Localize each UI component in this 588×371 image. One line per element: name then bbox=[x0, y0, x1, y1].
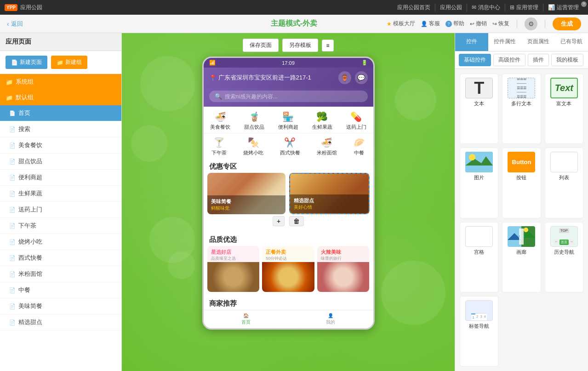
widget-richtext[interactable]: Text 富文本 bbox=[545, 74, 583, 144]
battery-icon: 🔋 bbox=[361, 60, 368, 66]
help-circle-icon: ? bbox=[445, 21, 452, 27]
right-panel-subtabs: 基础控件 高级控件 插件 我的模板 bbox=[455, 51, 588, 69]
subtab-advanced[interactable]: 高级控件 bbox=[493, 54, 525, 66]
save-page-button[interactable]: 保存页面 bbox=[243, 39, 279, 52]
search-input-wrap[interactable]: 🔍 bbox=[209, 91, 368, 102]
sidebar-item-western[interactable]: 📄 西式快餐 bbox=[0, 250, 121, 266]
widget-image-icon bbox=[465, 152, 493, 172]
quality-card-2[interactable]: 正餐外卖 50分钟必达 bbox=[262, 246, 314, 292]
bg-decoration3 bbox=[149, 217, 195, 263]
undo-btn[interactable]: ↩ 撤销 bbox=[470, 20, 487, 28]
bg-decoration2 bbox=[131, 125, 168, 162]
template-hall-btn[interactable]: ★ 模板大厅 bbox=[387, 20, 415, 28]
chat-icon[interactable]: 💬 bbox=[355, 71, 368, 84]
category-item-food[interactable]: 🍜 美食餐饮 bbox=[210, 111, 230, 131]
widget-history-nav[interactable]: TOP ← 首页 → 历史导航 bbox=[545, 222, 583, 292]
bottom-nav-profile[interactable]: 👤 我的 bbox=[326, 313, 335, 325]
folder-icon: 📁 bbox=[6, 79, 13, 86]
category-item-tea[interactable]: 🍸 下午茶 bbox=[211, 137, 227, 156]
sidebar-group-system[interactable]: 📁 系统组 bbox=[0, 74, 121, 90]
subtab-basic[interactable]: 基础控件 bbox=[459, 54, 491, 66]
search-input[interactable] bbox=[225, 93, 362, 100]
widget-multitext[interactable]: ≡≡≡ ≡≡≡ ≡≡≡ ? 多行文本 bbox=[502, 74, 541, 144]
sidebar-item-dessert[interactable]: 📄 甜点饮品 bbox=[0, 154, 121, 170]
category-item-dessert[interactable]: 🧋 甜点饮品 bbox=[244, 111, 264, 131]
quality-title-2: 正餐外卖 bbox=[266, 249, 311, 256]
widget-tabs-nav[interactable]: 1 2 3 4 标签导航 bbox=[460, 296, 498, 366]
tab-control-properties[interactable]: 控件属性 bbox=[488, 33, 521, 51]
quality-card-1[interactable]: 星选好店 品质臻至之选 bbox=[207, 246, 260, 292]
nav-link-app[interactable]: 应用公园 bbox=[435, 4, 467, 11]
category-item-convenience[interactable]: 🏪 便利商超 bbox=[278, 111, 298, 131]
phone-status-bar: 📶 17:09 🔋 bbox=[204, 58, 373, 68]
widget-richtext-label: 富文本 bbox=[556, 100, 571, 107]
sidebar-item-search[interactable]: 📄 搜索 bbox=[0, 121, 121, 137]
tab-navigation[interactable]: 已有导航 bbox=[555, 33, 588, 51]
settings-icon[interactable]: ⚙ bbox=[525, 17, 537, 30]
category-item-medicine[interactable]: 💊 送药上门 bbox=[346, 111, 366, 131]
promo-overlay-2: 精选甜点 美好心情 bbox=[290, 194, 369, 213]
category-item-western[interactable]: ✂️ 西式快餐 bbox=[280, 137, 300, 156]
back-button[interactable]: 返回 bbox=[11, 20, 23, 28]
promo-card-1[interactable]: 美味简餐 鲜醒味觉 bbox=[207, 173, 286, 214]
category-item-noodles[interactable]: 🍜 米粉面馆 bbox=[317, 137, 337, 156]
bottom-nav-home[interactable]: 🏠 首页 bbox=[241, 313, 251, 325]
category-item-bbq[interactable]: 🍢 烧烤小吃 bbox=[243, 137, 263, 156]
generate-button[interactable]: 生成 bbox=[553, 17, 581, 30]
cup-icon[interactable]: 🏺 bbox=[338, 71, 351, 84]
help-btn[interactable]: ? 帮助 bbox=[445, 20, 464, 28]
widget-text[interactable]: T 文本 bbox=[460, 74, 498, 144]
noodles-icon: 🍜 bbox=[321, 137, 332, 148]
sidebar-item-food[interactable]: 📄 美食餐饮 bbox=[0, 137, 121, 154]
folder-add-icon: 📁 bbox=[57, 59, 63, 66]
widget-gallery[interactable]: ‹ › 画廊 bbox=[502, 222, 541, 292]
widget-list[interactable]: 列表 bbox=[545, 148, 583, 218]
subtab-plugin[interactable]: 插件 bbox=[528, 54, 549, 66]
subtab-my-template[interactable]: 我的模板 bbox=[551, 54, 583, 66]
widget-button[interactable]: Button 按钮 bbox=[502, 148, 541, 218]
sidebar-item-fresh[interactable]: 📄 生鲜果蔬 bbox=[0, 186, 121, 202]
top-nav-links: 应用公园首页 应用公园 ✉ 消息中心 ⊞ 应用管理 📊 运营管理 bbox=[393, 4, 583, 11]
sidebar-item-home[interactable]: 📄 首页 bbox=[0, 105, 121, 121]
sidebar-item-selected-dessert[interactable]: 📄 精选甜点 bbox=[0, 314, 121, 331]
widget-grid-item[interactable]: 宫格 bbox=[460, 222, 498, 292]
home-icon: 🏠 bbox=[243, 313, 249, 318]
sidebar-item-chinese[interactable]: 📄 中餐 bbox=[0, 282, 121, 298]
sidebar-item-simple-meal[interactable]: 📄 美味简餐 bbox=[0, 298, 121, 314]
sidebar-item-bbq[interactable]: 📄 烧烤小吃 bbox=[0, 234, 121, 250]
nav-link-app-management[interactable]: ⊞ 应用管理 bbox=[505, 4, 543, 11]
merchant-section-title: 商家推荐 bbox=[204, 296, 373, 310]
widget-image-label: 图片 bbox=[474, 174, 484, 181]
phone-bottom-nav: 🏠 首页 👤 我的 bbox=[204, 310, 373, 328]
nav-link-operations[interactable]: 📊 运营管理 bbox=[543, 4, 583, 11]
new-page-button[interactable]: 📄 新建页面 bbox=[6, 56, 47, 69]
category-item-fresh[interactable]: 🥦 生鲜果蔬 bbox=[312, 111, 332, 131]
quality-card-3[interactable]: 火辣美味 味蕾的旅行 bbox=[317, 246, 370, 292]
sidebar-list: 📁 系统组 📁 默认组 📄 首页 📄 搜索 📄 美食餐饮 📄 bbox=[0, 74, 121, 371]
sidebar-item-afternoon-tea[interactable]: 📄 下午茶 bbox=[0, 218, 121, 234]
new-group-button[interactable]: 📁 新建组 bbox=[51, 56, 87, 69]
canvas-settings-btn[interactable]: ≡ bbox=[322, 40, 333, 51]
sidebar-item-noodles[interactable]: 📄 米粉面馆 bbox=[0, 266, 121, 282]
promo-delete-btn[interactable]: 🗑 bbox=[289, 216, 304, 226]
promo-card-2[interactable]: 精选甜点 美好心情 bbox=[289, 173, 370, 214]
category-item-chinese[interactable]: 🥟 中餐 bbox=[354, 137, 365, 156]
nav-link-messages[interactable]: ✉ 消息中心 bbox=[467, 4, 505, 11]
widget-list-label: 列表 bbox=[559, 174, 569, 181]
nav-link-home[interactable]: 应用公园首页 bbox=[393, 4, 435, 11]
svg-point-2 bbox=[469, 154, 475, 160]
category-row-2: 🍸 下午茶 🍢 烧烤小吃 ✂️ 西式快餐 🍜 米粉面馆 🥟 中餐 bbox=[204, 133, 373, 159]
promo-add-btn[interactable]: + bbox=[273, 216, 285, 226]
redo-btn[interactable]: ↪ 恢复 bbox=[492, 20, 509, 28]
tab-controls[interactable]: 控件 bbox=[455, 33, 488, 51]
location-pin-icon: 📍 bbox=[209, 74, 217, 81]
sidebar-group-default[interactable]: 📁 默认组 bbox=[0, 90, 121, 105]
widget-image[interactable]: 图片 bbox=[460, 148, 498, 218]
sidebar-item-medicine[interactable]: 📄 送药上门 bbox=[0, 202, 121, 218]
save-as-template-button[interactable]: 另存模板 bbox=[282, 39, 318, 52]
quality-header-1: 星选好店 品质臻至之选 bbox=[207, 246, 260, 263]
page-icon-simple-meal: 📄 bbox=[9, 303, 16, 309]
sidebar-item-convenience[interactable]: 📄 便利商超 bbox=[0, 170, 121, 186]
tab-page-properties[interactable]: 页面属性 bbox=[522, 33, 555, 51]
customer-service-btn[interactable]: 👤 客服 bbox=[421, 20, 440, 28]
